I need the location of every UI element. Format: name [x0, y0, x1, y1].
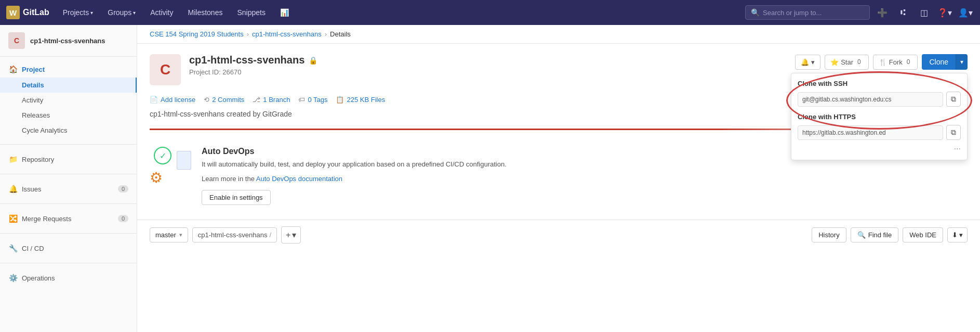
commits-icon: ⟲ [204, 96, 209, 104]
merge-request-icon[interactable]: ⑆ [895, 4, 911, 21]
project-info: cp1-html-css-svenhans 🔒 Project ID: 2667… [189, 54, 787, 76]
clone-https-copy-button[interactable]: ⧉ [946, 125, 961, 140]
fork-count: 0 [905, 58, 912, 66]
files-label: 225 KB Files [347, 96, 385, 104]
branch-selector[interactable]: master ▾ [150, 227, 188, 242]
sidebar-divider [0, 144, 137, 145]
sidebar-sub-item-activity[interactable]: Activity [0, 93, 137, 108]
project-header: C cp1-html-css-svenhans 🔒 Project ID: 26… [137, 44, 980, 94]
plus-menu-button[interactable]: ➕ [874, 4, 891, 21]
sidebar-section-issues: 🔔 Issues 0 [0, 176, 137, 201]
plus-icon: + [286, 231, 290, 240]
branch-link[interactable]: ⎇ 1 Branch [253, 96, 290, 104]
notify-button[interactable]: 🔔 ▾ [795, 55, 820, 70]
tags-label: 0 Tags [308, 96, 327, 104]
path-separator: / [269, 231, 271, 239]
sidebar-item-cicd[interactable]: 🔧 CI / CD [0, 240, 137, 257]
merge-requests-count-badge: 0 [118, 215, 128, 222]
sidebar-section-cicd: 🔧 CI / CD [0, 236, 137, 261]
nav-item-milestones[interactable]: Milestones [183, 0, 228, 25]
star-icon: ⭐ [830, 58, 839, 66]
sidebar-sub-item-releases[interactable]: Releases [0, 108, 137, 123]
cicd-icon: 🔧 [8, 244, 18, 252]
breadcrumb-separator-1: › [247, 30, 249, 38]
sidebar-divider-4 [0, 233, 137, 234]
sidebar-item-project[interactable]: 🏠 Project [0, 61, 137, 78]
clone-https-input[interactable] [798, 125, 943, 140]
enable-settings-button[interactable]: Enable in settings [202, 190, 271, 205]
sidebar-item-merge-requests[interactable]: 🔀 Merge Requests 0 [0, 210, 137, 227]
user-menu-button[interactable]: 👤▾ [957, 4, 974, 21]
sidebar-project-name: cp1-html-css-svenhans [30, 37, 105, 45]
sidebar-item-operations[interactable]: ⚙️ Operations [0, 270, 137, 286]
find-file-button[interactable]: 🔍 Find file [851, 227, 899, 242]
clone-caret-button[interactable]: ▾ [956, 54, 968, 70]
history-button[interactable]: History [812, 227, 846, 242]
breadcrumb-link-org[interactable]: CSE 154 Spring 2019 Students [150, 30, 244, 38]
breadcrumb-link-repo[interactable]: cp1-html-css-svenhans [252, 30, 322, 38]
sidebar-divider-5 [0, 263, 137, 263]
file-path-breadcrumb: cp1-html-css-svenhans / [192, 227, 277, 242]
nav-item-projects[interactable]: Projects ▾ [58, 0, 99, 25]
sidebar-item-repository[interactable]: 📁 Repository [0, 151, 137, 168]
nav-item-snippets[interactable]: Snippets [232, 0, 270, 25]
sidebar-sub-item-details[interactable]: Details [0, 78, 137, 93]
sidebar-merge-requests-label: Merge Requests [22, 215, 71, 223]
learn-more-prefix: Learn more in the [202, 175, 256, 183]
clone-button[interactable]: Clone [922, 54, 956, 70]
breadcrumb-current-page: Details [330, 30, 351, 38]
sidebar-project-label: Project [22, 66, 45, 73]
add-file-button[interactable]: + ▾ [281, 226, 301, 244]
commits-link[interactable]: ⟲ 2 Commits [204, 96, 244, 104]
fork-label: Fork [889, 58, 903, 66]
nav-projects-label: Projects [63, 8, 89, 17]
sidebar-issues-label: Issues [22, 185, 42, 193]
sidebar-section-operations: ⚙️ Operations [0, 265, 137, 290]
merge-request-sidebar-icon: 🔀 [8, 214, 18, 223]
project-title-row: cp1-html-css-svenhans 🔒 [189, 54, 787, 66]
fork-button[interactable]: 🍴 Fork 0 [873, 55, 918, 70]
auto-devops-docs-link[interactable]: Auto DevOps documentation [256, 175, 342, 183]
more-options-button[interactable]: ⬇ ▾ [947, 227, 968, 242]
add-license-link[interactable]: 📄 Add license [150, 96, 195, 104]
clone-ssh-input[interactable] [798, 92, 943, 107]
chart-icon: 📊 [280, 8, 289, 17]
notify-caret: ▾ [811, 58, 815, 66]
home-icon: 🏠 [8, 65, 18, 73]
branch-icon: ⎇ [253, 96, 260, 104]
clone-https-input-row: ⧉ [798, 125, 961, 140]
commits-label: 2 Commits [212, 96, 244, 104]
project-title: cp1-html-css-svenhans [189, 54, 304, 66]
chevron-down-icon: ▾ [133, 10, 136, 16]
star-button[interactable]: ⭐ Star 0 [825, 55, 869, 70]
tags-link[interactable]: 🏷 0 Tags [298, 96, 327, 104]
sidebar-section-repository: 📁 Repository [0, 147, 137, 172]
web-ide-button[interactable]: Web IDE [903, 227, 943, 242]
global-search-box[interactable]: 🔍 [745, 5, 870, 20]
sidebar-repository-label: Repository [22, 156, 54, 163]
nav-item-activity[interactable]: Activity [145, 0, 178, 25]
clone-https-title: Clone with HTTPS [798, 113, 961, 121]
lock-icon: 🔒 [309, 56, 317, 65]
help-menu-button[interactable]: ❓▾ [936, 4, 953, 21]
clone-ssh-copy-button[interactable]: ⧉ [946, 92, 961, 107]
sidebar-divider-2 [0, 174, 137, 174]
sidebar-item-issues[interactable]: 🔔 Issues 0 [0, 181, 137, 197]
sidebar-sub-item-cycle-analytics[interactable]: Cycle Analytics [0, 123, 137, 138]
nav-item-groups[interactable]: Groups ▾ [102, 0, 141, 25]
download-icon: ⬇ [952, 231, 958, 239]
fork-icon: 🍴 [879, 58, 887, 66]
issues-icon[interactable]: ◫ [916, 4, 932, 21]
search-input[interactable] [763, 9, 864, 17]
clone-ssh-input-row: ⧉ [798, 92, 961, 107]
bell-icon: 🔔 [801, 58, 809, 66]
tag-icon: 🏷 [298, 96, 305, 104]
files-link[interactable]: 📋 225 KB Files [336, 96, 385, 104]
brand-name: GitLab [23, 8, 49, 17]
top-navigation: W GitLab Projects ▾ Groups ▾ Activity Mi… [0, 0, 980, 25]
project-actions: 🔔 ▾ ⭐ Star 0 🍴 Fork 0 Clone ▾ [795, 54, 968, 70]
project-id: Project ID: 26670 [189, 68, 787, 76]
star-count: 0 [855, 58, 863, 66]
nav-item-chart[interactable]: 📊 [275, 0, 294, 25]
brand-logo[interactable]: W GitLab [6, 6, 49, 19]
